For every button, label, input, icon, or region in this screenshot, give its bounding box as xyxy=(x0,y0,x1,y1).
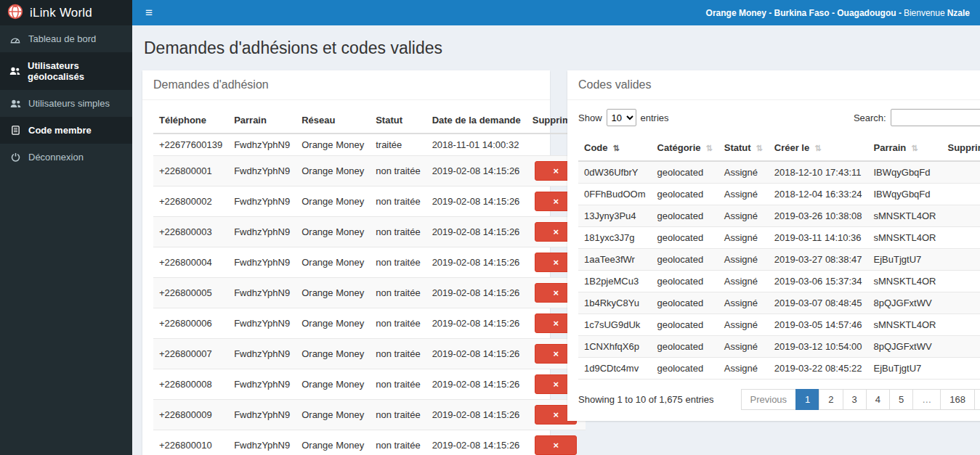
phone-cell: +226800002 xyxy=(153,186,228,217)
statut-cell: Assigné xyxy=(718,227,769,249)
phone-cell: +22677600139 xyxy=(153,134,228,156)
supprimer-cell xyxy=(941,314,980,336)
date-cell: 2019-02-08 14:15:26 xyxy=(426,156,527,186)
book-icon xyxy=(9,126,21,135)
reseau-cell: Orange Money xyxy=(296,400,370,430)
reseau-cell: Orange Money xyxy=(296,430,370,455)
pagination-next[interactable]: Next xyxy=(974,389,980,410)
show-label: Show xyxy=(578,112,602,123)
reseau-cell: Orange Money xyxy=(296,217,370,247)
sidebar-item-logout[interactable]: Déconnexion xyxy=(0,144,132,171)
delete-request-button[interactable]: × xyxy=(535,435,577,455)
code-cell: 1aaTee3fWr xyxy=(578,249,652,271)
code-cell: 1B2pjeMCu3 xyxy=(578,271,652,292)
sidebar-toggle-button[interactable]: ≡ xyxy=(132,0,166,25)
request-row: +226800002FwdhzYphN9Orange Moneynon trai… xyxy=(153,186,586,217)
codes-column-header-parrain[interactable]: Parrain⇅ xyxy=(868,135,942,161)
request-row: +226800005FwdhzYphN9Orange Moneynon trai… xyxy=(153,278,586,308)
codes-column-header-code[interactable]: Code⇅ xyxy=(578,135,652,161)
request-row: +226800004FwdhzYphN9Orange Moneynon trai… xyxy=(153,247,586,278)
statut-cell: non traitée xyxy=(370,247,426,278)
statut-cell: Assigné xyxy=(718,249,769,271)
search-input[interactable] xyxy=(891,109,980,126)
sidebar-item-member-code[interactable]: Code membre xyxy=(0,117,132,144)
statut-cell: non traitée xyxy=(370,308,426,339)
pagination-page-4[interactable]: 4 xyxy=(866,389,890,410)
parrain-cell: FwdhzYphN9 xyxy=(228,430,296,455)
codes-table-body: 0dW36UfbrYgeolocatedAssigné2018-12-10 17… xyxy=(578,161,980,380)
phone-cell: +226800007 xyxy=(153,339,228,369)
supprimer-cell xyxy=(941,184,980,205)
request-row: +22677600139FwdhzYphN9Orange Moneytraité… xyxy=(153,134,586,156)
sidebar-menu: Tableau de bordUtilisateurs géolocalisés… xyxy=(0,25,132,171)
sidebar-item-simple-users[interactable]: Utilisateurs simples xyxy=(0,90,132,117)
x-icon: × xyxy=(553,165,559,176)
request-row: +226800009FwdhzYphN9Orange Moneynon trai… xyxy=(153,400,586,430)
pagination-previous[interactable]: Previous xyxy=(741,389,797,410)
requests-column-header: Réseau xyxy=(296,107,370,134)
pagination-page-168[interactable]: 168 xyxy=(940,389,975,410)
request-row: +226800003FwdhzYphN9Orange Moneynon trai… xyxy=(153,217,586,247)
delete-cell: × xyxy=(527,430,586,455)
parrain-cell: IBWqyGbqFd xyxy=(868,161,942,184)
sidebar-item-geo-users[interactable]: Utilisateurs géolocalisés xyxy=(0,52,132,90)
brand[interactable]: iLink World xyxy=(0,0,132,25)
location-text: Orange Money - Burkina Faso - Ouagadougo… xyxy=(706,8,902,18)
codes-column-header-cr-er-le[interactable]: Créer le⇅ xyxy=(769,135,868,161)
codes-table-head-row: Code⇅Catégorie⇅Statut⇅Créer le⇅Parrain⇅S… xyxy=(578,135,980,161)
panels: Demandes d'adhésion TéléphoneParrainRése… xyxy=(142,70,970,455)
codes-column-header-statut[interactable]: Statut⇅ xyxy=(718,135,769,161)
x-icon: × xyxy=(553,196,559,207)
supprimer-cell xyxy=(941,205,980,227)
cree-le-cell: 2019-03-22 08:45:22 xyxy=(769,358,868,380)
supprimer-cell xyxy=(941,358,980,380)
code-row: 1c7sUG9dUkgeolocatedAssigné2019-03-05 14… xyxy=(578,314,980,336)
sidebar-item-label: Utilisateurs simples xyxy=(28,98,110,109)
code-row: 181yxc3J7ggeolocatedAssigné2019-03-11 14… xyxy=(578,227,980,249)
request-row: +226800008FwdhzYphN9Orange Moneynon trai… xyxy=(153,369,586,400)
parrain-cell: FwdhzYphN9 xyxy=(228,134,296,156)
request-row: +226800001FwdhzYphN9Orange Moneynon trai… xyxy=(153,156,586,186)
parrain-cell: sMNSKTL4OR xyxy=(868,227,942,249)
categorie-cell: geolocated xyxy=(652,314,718,336)
phone-cell: +226800009 xyxy=(153,400,228,430)
sidebar-item-dashboard[interactable]: Tableau de bord xyxy=(0,25,132,52)
categorie-cell: geolocated xyxy=(652,336,718,358)
pagination-page-2[interactable]: 2 xyxy=(819,389,843,410)
parrain-cell: EjBuTjgtU7 xyxy=(868,358,942,380)
requests-column-header: Téléphone xyxy=(153,107,228,134)
codes-column-header-supprimer[interactable]: Supprimer⇅ xyxy=(941,135,980,161)
statut-cell: Assigné xyxy=(718,161,769,184)
phone-cell: +226800005 xyxy=(153,278,228,308)
parrain-cell: FwdhzYphN9 xyxy=(228,247,296,278)
categorie-cell: geolocated xyxy=(652,184,718,205)
code-cell: 0dW36UfbrY xyxy=(578,161,652,184)
codes-column-header-cat-gorie[interactable]: Catégorie⇅ xyxy=(652,135,718,161)
supprimer-cell xyxy=(941,161,980,184)
sort-icon: ⇅ xyxy=(756,144,763,152)
requests-column-header: Statut xyxy=(370,107,426,134)
sort-icon: ⇅ xyxy=(814,144,821,152)
reseau-cell: Orange Money xyxy=(296,186,370,217)
sidebar-item-label: Tableau de bord xyxy=(28,33,96,44)
main-content: Demandes d'adhésions et codes valides De… xyxy=(132,25,980,455)
codes-panel-body: Show 10 entries Search: Code⇅Catégorie⇅S… xyxy=(567,100,980,421)
globe-logo-icon xyxy=(7,4,23,22)
supprimer-cell xyxy=(941,292,980,314)
reseau-cell: Orange Money xyxy=(296,369,370,400)
code-cell: 1d9CDtc4mv xyxy=(578,358,652,380)
code-cell: 1CNXhfqX6p xyxy=(578,336,652,358)
pagination-page-3[interactable]: 3 xyxy=(843,389,867,410)
date-cell: 2019-02-08 14:15:26 xyxy=(426,430,527,455)
pagination: Previous12345…168Next xyxy=(742,389,980,410)
parrain-cell: sMNSKTL4OR xyxy=(868,205,942,227)
requests-column-header: Date de la demande xyxy=(426,107,527,134)
entries-label: entries xyxy=(641,112,669,123)
categorie-cell: geolocated xyxy=(652,161,718,184)
cree-le-cell: 2019-03-27 08:38:47 xyxy=(769,249,868,271)
pagination-page-5[interactable]: 5 xyxy=(889,389,913,410)
page-length-select[interactable]: 10 xyxy=(607,109,636,126)
statut-cell: non traitée xyxy=(370,339,426,369)
code-cell: 181yxc3J7g xyxy=(578,227,652,249)
pagination-page-1[interactable]: 1 xyxy=(795,389,819,410)
